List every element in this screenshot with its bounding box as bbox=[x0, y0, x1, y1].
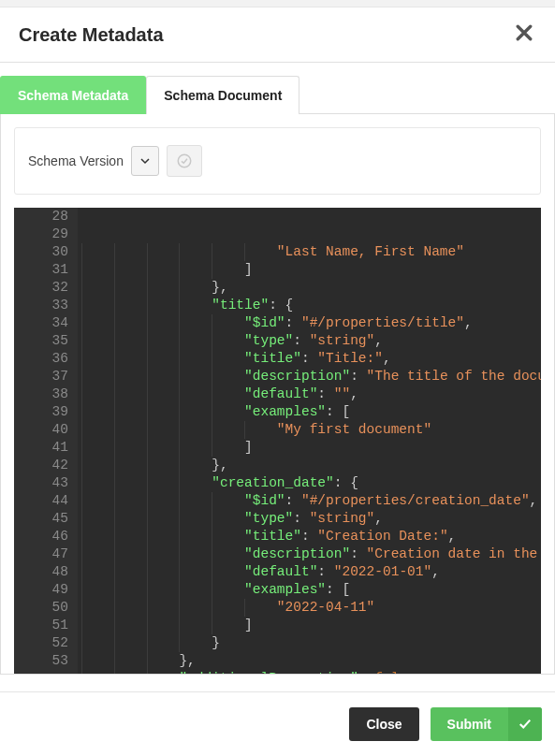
tabs: Schema Metadata Schema Document bbox=[0, 76, 555, 114]
line-number: 36 bbox=[31, 350, 68, 368]
code-line[interactable]: "type": "string", bbox=[78, 510, 541, 528]
code-line[interactable]: "examples": [ bbox=[78, 403, 541, 421]
line-number: 32 bbox=[31, 279, 68, 297]
schema-version-select[interactable] bbox=[131, 146, 159, 176]
code-line[interactable]: ] bbox=[78, 439, 541, 457]
code-line[interactable]: }, bbox=[78, 652, 541, 670]
line-number: 41 bbox=[31, 439, 68, 457]
line-number: 29 bbox=[31, 225, 68, 243]
line-number: 43 bbox=[31, 474, 68, 492]
line-number: 33 bbox=[31, 297, 68, 314]
code-line[interactable]: "title": "Creation Date:", bbox=[78, 528, 541, 545]
code-line[interactable]: }, bbox=[78, 457, 541, 474]
line-number: 34 bbox=[31, 314, 68, 332]
line-number: 31 bbox=[31, 261, 68, 279]
code-line[interactable]: "default": "2022-01-01", bbox=[78, 563, 541, 581]
code-line[interactable]: "default": "", bbox=[78, 385, 541, 403]
line-number: 42 bbox=[31, 457, 68, 474]
line-number: 53 bbox=[31, 652, 68, 670]
code-line[interactable]: ] bbox=[78, 617, 541, 634]
code-line[interactable]: "description": "Creation date in the for… bbox=[78, 545, 541, 563]
code-line[interactable]: "My first document" bbox=[78, 421, 541, 439]
modal-top-strip bbox=[0, 0, 555, 7]
code-line[interactable]: "$id": "#/properties/creation_date", bbox=[78, 492, 541, 510]
code-line[interactable]: "title": { bbox=[78, 297, 541, 314]
chevron-down-icon bbox=[140, 156, 150, 166]
submit-button[interactable]: Submit bbox=[431, 707, 542, 741]
modal-header: Create Metadata bbox=[0, 7, 555, 62]
validate-button[interactable] bbox=[167, 145, 202, 177]
code-line[interactable]: "type": "string", bbox=[78, 332, 541, 350]
line-number: 35 bbox=[31, 332, 68, 350]
code-line[interactable]: "2022-04-11" bbox=[78, 599, 541, 617]
line-number: 50 bbox=[31, 599, 68, 617]
close-button[interactable]: Close bbox=[349, 707, 418, 741]
line-number: 44 bbox=[31, 492, 68, 510]
modal-footer: Close Submit bbox=[0, 692, 555, 754]
line-number: 47 bbox=[31, 545, 68, 563]
button-label: Submit bbox=[431, 717, 508, 732]
code-editor[interactable]: 2829303132333435363738394041424344454647… bbox=[14, 208, 541, 674]
close-icon[interactable] bbox=[512, 21, 536, 49]
tab-schema-document[interactable]: Schema Document bbox=[146, 76, 299, 114]
code-line[interactable]: "Last Name, First Name" bbox=[78, 243, 541, 261]
tab-schema-metadata[interactable]: Schema Metadata bbox=[0, 76, 146, 114]
schema-version-label: Schema Version bbox=[28, 153, 124, 168]
line-number: 45 bbox=[31, 510, 68, 528]
line-number: 40 bbox=[31, 421, 68, 439]
tab-label: Schema Document bbox=[164, 88, 282, 103]
code-line[interactable]: "description": "The title of the documen… bbox=[78, 368, 541, 385]
code-line[interactable]: "examples": [ bbox=[78, 581, 541, 599]
button-label: Close bbox=[366, 717, 402, 732]
check-circle-icon bbox=[176, 153, 193, 169]
line-number: 48 bbox=[31, 563, 68, 581]
tab-panel: Schema Version 2829303132333435363738394… bbox=[0, 113, 555, 675]
code-line[interactable]: "$id": "#/properties/title", bbox=[78, 314, 541, 332]
editor-code[interactable]: "Last Name, First Name" ] }, "title": { … bbox=[78, 208, 541, 674]
line-number: 46 bbox=[31, 528, 68, 545]
code-line[interactable]: "title": "Title:", bbox=[78, 350, 541, 368]
check-icon bbox=[508, 707, 542, 741]
code-line[interactable]: }, bbox=[78, 279, 541, 297]
line-number: 38 bbox=[31, 385, 68, 403]
code-line[interactable]: } bbox=[78, 634, 541, 652]
line-number: 52 bbox=[31, 634, 68, 652]
code-line[interactable]: "creation_date": { bbox=[78, 474, 541, 492]
svg-point-0 bbox=[178, 154, 191, 167]
line-number: 39 bbox=[31, 403, 68, 421]
modal-title: Create Metadata bbox=[19, 24, 164, 46]
tab-label: Schema Metadata bbox=[18, 88, 128, 103]
line-number: 28 bbox=[31, 208, 68, 225]
code-line[interactable]: ] bbox=[78, 261, 541, 279]
code-line[interactable]: "additionalProperties": false bbox=[78, 670, 541, 674]
line-number: 51 bbox=[31, 617, 68, 634]
line-number: 37 bbox=[31, 368, 68, 385]
line-number: 49 bbox=[31, 581, 68, 599]
line-number: 30 bbox=[31, 243, 68, 261]
divider bbox=[0, 62, 555, 63]
schema-version-row: Schema Version bbox=[14, 127, 541, 195]
editor-gutter: 2829303132333435363738394041424344454647… bbox=[14, 208, 78, 674]
